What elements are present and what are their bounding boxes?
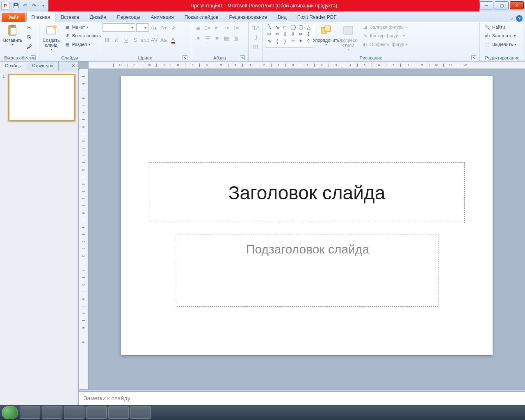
minimize-button[interactable]: ─ [479,1,493,9]
shape-arrow-icon[interactable]: ↘ [274,24,281,30]
tab-view[interactable]: Вид [272,12,292,22]
drawing-launcher-icon[interactable]: ⬊ [471,55,476,60]
copy-icon[interactable]: ⎘ [25,32,34,41]
section-button[interactable]: ▤Раздел ▾ [62,40,103,48]
case-icon[interactable]: Aa [159,35,168,44]
shape-ud-icon[interactable]: ⇕ [305,31,312,37]
shape-rect-icon[interactable]: ▭ [282,24,288,30]
start-button[interactable] [2,406,18,419]
task-item[interactable] [64,406,84,419]
font-size-combo[interactable] [136,23,148,32]
align-right-icon[interactable]: ≡ [212,34,221,43]
shape-lr-icon[interactable]: ⇔ [297,31,304,37]
reset-button[interactable]: ↺Восстановить [62,32,103,40]
quick-styles-button[interactable]: Экспресс-стили▾ [338,23,358,52]
tab-animations[interactable]: Анимация [145,12,179,22]
shape-star5-icon[interactable]: ✦ [297,38,304,44]
cut-icon[interactable]: ✂ [25,23,34,32]
indent-dec-icon[interactable]: ⇤ [212,23,221,32]
tab-review[interactable]: Рецензирование [224,12,272,22]
smartart-icon[interactable]: ◫ [251,42,260,51]
replace-button[interactable]: abЗаменить ▾ [482,32,517,40]
tab-file[interactable]: Файл [2,13,25,22]
text-direction-icon[interactable]: ⇅A [251,23,260,32]
strike-icon[interactable]: S [131,35,140,44]
task-item[interactable] [130,406,151,419]
tab-slideshow[interactable]: Показ слайдов [179,12,224,22]
shape-brace-icon[interactable]: { [274,38,281,44]
paragraph-launcher-icon[interactable]: ⬊ [240,55,245,60]
thumbnail-item[interactable]: 1 [2,74,76,121]
align-text-icon[interactable]: ▯ [251,32,260,41]
tab-insert[interactable]: Вставка [55,12,84,22]
minimize-ribbon-icon[interactable]: ▵ [511,16,514,21]
font-color-icon[interactable]: A [169,35,178,44]
clear-format-icon[interactable]: A̷ [169,23,178,32]
shape-tri-icon[interactable]: △ [305,24,312,30]
clipboard-launcher-icon[interactable]: ⬊ [31,55,36,60]
underline-icon[interactable]: Ч [121,35,130,44]
shape-callout-icon[interactable]: ◊ [305,38,312,44]
line-spacing-icon[interactable]: ‡≡ [231,23,240,32]
format-painter-icon[interactable]: 🖌 [25,42,34,51]
task-item[interactable] [42,406,62,419]
save-icon[interactable] [12,2,20,9]
shadow-icon[interactable]: abc [140,35,149,44]
layout-button[interactable]: ▦Макет ▾ [62,23,103,31]
arrange-button[interactable]: Упорядочить▾ [316,23,336,47]
columns-icon[interactable]: ▥ [231,34,240,43]
font-family-combo[interactable] [103,23,135,32]
font-launcher-icon[interactable]: ⬊ [183,55,187,60]
bullets-icon[interactable]: ≣ [194,23,203,32]
redo-icon[interactable]: ↷ [30,2,38,9]
side-tab-slides[interactable]: Слайды [0,62,27,71]
shape-line-icon[interactable]: ╲ [266,24,273,30]
new-slide-button[interactable]: Создать слайд▾ [42,23,61,52]
qat-dropdown-icon[interactable]: ▾ [39,2,47,9]
italic-icon[interactable]: К [112,35,121,44]
spacing-icon[interactable]: AV [150,35,159,44]
select-button[interactable]: ⬚Выделить ▾ [482,40,518,48]
paste-button[interactable]: Вставить▾ [2,23,23,47]
find-button[interactable]: 🔍Найти [482,23,507,31]
help-icon[interactable]: ? [516,15,523,22]
slide-canvas[interactable]: Заголовок слайда Подзаголовок слайда [121,76,493,355]
maximize-button[interactable]: ▢ [495,1,509,9]
shape-arr-u-icon[interactable]: ⇧ [282,31,288,37]
subtitle-placeholder[interactable]: Подзаголовок слайда [177,235,438,307]
shrink-font-icon[interactable]: A▾ [159,23,168,32]
shape-curve-icon[interactable]: ∿ [266,38,273,44]
task-item[interactable] [20,406,40,419]
thumbnail-preview[interactable] [8,74,75,121]
canvas-wrap[interactable]: Заголовок слайда Подзаголовок слайда [89,69,525,389]
tab-home[interactable]: Главная [26,12,56,22]
justify-icon[interactable]: ▦ [222,34,231,43]
tab-foxit[interactable]: Foxit Reader PDF [292,12,342,22]
numbering-icon[interactable]: 1≡ [203,23,212,32]
shape-rrect-icon[interactable]: ▢ [297,24,304,30]
shape-arr-d-icon[interactable]: ⇩ [290,31,296,37]
tab-design[interactable]: Дизайн [84,12,112,22]
shape-oval-icon[interactable]: ◯ [290,24,296,30]
task-item[interactable] [108,406,129,419]
title-placeholder[interactable]: Заголовок слайда [149,162,465,223]
close-button[interactable]: ✕ [510,1,524,9]
grow-font-icon[interactable]: A▴ [149,23,158,32]
shape-effects-button[interactable]: ◐Эффекты фигур ▾ [360,40,409,48]
shape-brace2-icon[interactable]: } [282,38,288,44]
shape-fill-button[interactable]: ◢Заливка фигуры ▾ [360,23,409,31]
shape-arr-r-icon[interactable]: ⇨ [266,31,273,37]
undo-icon[interactable]: ↶ [21,2,29,9]
align-center-icon[interactable]: ☰ [203,34,212,43]
shape-star-icon[interactable]: ☆ [290,38,296,44]
align-left-icon[interactable]: ≡ [194,34,203,43]
shapes-gallery[interactable]: ╲↘▭◯▢△ ⇨⇦⇧⇩⇔⇕ ∿{}☆✦◊ [265,23,314,48]
shape-outline-button[interactable]: ✎Контур фигуры ▾ [360,32,409,40]
side-tab-outline[interactable]: Структура [27,62,59,71]
side-panel-close-icon[interactable]: ✕ [68,62,78,71]
indent-inc-icon[interactable]: ⇥ [222,23,231,32]
bold-icon[interactable]: Ж [103,35,112,44]
shape-arr-l-icon[interactable]: ⇦ [274,31,281,37]
task-item[interactable] [86,406,107,419]
tab-transitions[interactable]: Переходы [112,12,145,22]
